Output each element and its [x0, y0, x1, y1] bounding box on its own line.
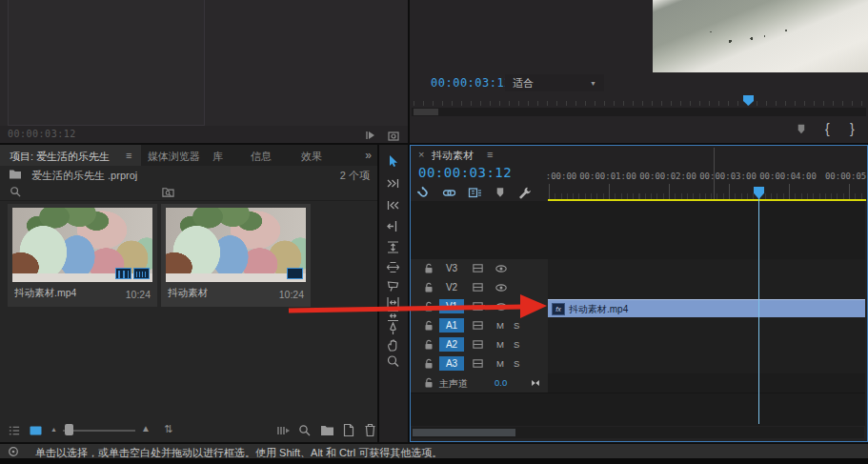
tab-project[interactable]: 项目: 爱生活的乐先生 [10, 150, 110, 164]
eye-icon[interactable] [495, 300, 508, 313]
timeline-panel-menu-icon[interactable]: ≡ [487, 149, 493, 160]
timeline-tab-label[interactable]: 抖动素材 [432, 149, 474, 163]
rate-stretch-tool[interactable] [386, 260, 401, 275]
lock-icon[interactable] [422, 281, 435, 294]
zoom-tool[interactable] [386, 354, 401, 370]
item-name[interactable]: 抖动素材.mp4 [14, 287, 76, 300]
zoom-in-icon[interactable]: ▲ [141, 423, 151, 434]
tab-effects[interactable]: 效果 [301, 150, 322, 164]
sequence-thumbnail[interactable] [166, 208, 306, 282]
solo-button[interactable]: S [514, 358, 519, 369]
track-select-backward-tool[interactable] [386, 198, 401, 213]
track-target-a2[interactable]: A2 [439, 337, 464, 352]
icon-view-icon[interactable] [29, 424, 43, 437]
thumbnail-zoom-slider[interactable] [63, 430, 135, 432]
find-icon[interactable] [298, 424, 312, 437]
mute-button[interactable]: M [496, 339, 504, 350]
ruler-ticks [549, 184, 866, 199]
lock-icon[interactable] [422, 376, 435, 390]
clip-thumbnail[interactable] [12, 208, 152, 282]
lock-icon[interactable] [422, 300, 435, 313]
solo-button[interactable]: S [514, 339, 519, 350]
selection-tool[interactable] [386, 154, 401, 170]
track-target-v3[interactable]: V3 [439, 261, 464, 275]
timeline-hscrollbar-thumb[interactable] [413, 429, 515, 436]
eye-icon[interactable] [495, 262, 508, 275]
track-row-a1[interactable]: A1 M S [411, 316, 865, 336]
panel-menu-icon[interactable]: ≡ [126, 150, 131, 161]
mute-button[interactable]: M [496, 358, 504, 369]
project-item-sequence[interactable]: 抖动素材 10:24 [161, 204, 311, 307]
mark-out-icon[interactable]: } [850, 120, 855, 137]
close-icon[interactable]: × [418, 149, 424, 160]
nested-sequence-icon[interactable] [468, 186, 482, 200]
track-target-v2[interactable]: V2 [439, 280, 464, 294]
lock-icon[interactable] [422, 319, 435, 333]
pan-icon[interactable] [529, 377, 542, 389]
timeline-ruler[interactable]: :00:00 00:00:01:00 00:00:02:00 00:00:03:… [548, 146, 866, 201]
mute-button[interactable]: M [496, 320, 504, 331]
lock-icon[interactable] [422, 262, 435, 275]
track-row-v3[interactable]: V3 [411, 259, 865, 279]
tab-libraries[interactable]: 库 [212, 150, 223, 164]
sync-lock-icon[interactable] [472, 281, 484, 293]
razor-tool[interactable] [386, 279, 401, 294]
track-target-v1[interactable]: V1 [439, 299, 464, 313]
thumbnail-zoom-handle[interactable] [65, 424, 73, 435]
delete-icon[interactable] [364, 423, 376, 437]
sync-lock-icon[interactable] [472, 300, 484, 313]
item-name[interactable]: 抖动素材 [168, 287, 208, 300]
add-marker-icon[interactable] [795, 123, 807, 135]
add-marker-icon[interactable] [494, 186, 506, 199]
mark-in-icon[interactable]: { [825, 120, 830, 137]
sync-lock-icon[interactable] [472, 262, 484, 274]
rolling-edit-tool[interactable] [386, 240, 401, 255]
export-frame-icon[interactable] [387, 129, 400, 142]
track-row-master[interactable]: 主声道 0.0 [411, 373, 865, 393]
sort-icon[interactable]: ⇅ [164, 423, 172, 435]
track-select-forward-tool[interactable] [386, 176, 401, 192]
tab-overflow-chevron[interactable]: » [365, 149, 372, 162]
master-level-value[interactable]: 0.0 [495, 377, 507, 388]
timeline-timecode[interactable]: 00:00:03:12 [418, 165, 512, 180]
automate-sequence-icon[interactable] [276, 424, 291, 437]
linked-selection-icon[interactable] [442, 186, 456, 200]
sync-lock-icon[interactable] [472, 319, 484, 332]
tab-info[interactable]: 信息 [251, 150, 272, 164]
lock-icon[interactable] [422, 357, 435, 371]
tab-media-browser[interactable]: 媒体浏览器 [148, 150, 200, 164]
sync-lock-icon[interactable] [472, 357, 484, 370]
zoom-out-icon[interactable]: ▲ [50, 426, 57, 433]
program-mini-timeline[interactable] [414, 96, 866, 106]
project-item-clip[interactable]: 抖动素材.mp4 10:24 [8, 204, 157, 307]
track-target-a1[interactable]: A1 [439, 318, 464, 333]
hand-tool[interactable] [386, 338, 401, 353]
ripple-edit-tool[interactable] [386, 219, 401, 234]
track-target-a3[interactable]: A3 [439, 356, 464, 371]
ripple-edit-icon [386, 219, 400, 233]
track-row-v2[interactable]: V2 [411, 278, 865, 298]
sync-lock-icon[interactable] [472, 338, 484, 351]
timeline-settings-icon[interactable] [517, 186, 532, 200]
new-bin-icon[interactable] [320, 424, 334, 436]
project-file-name[interactable]: 爱生活的乐先生 .prproj [31, 169, 137, 183]
search-bin-icon[interactable] [162, 186, 174, 198]
timeline-hscrollbar[interactable] [412, 427, 864, 438]
edit-point-guide-line [714, 148, 715, 199]
fit-dropdown[interactable]: 适合 ▼ [505, 74, 604, 91]
pen-tool[interactable] [386, 322, 401, 337]
lock-icon[interactable] [422, 338, 435, 352]
list-view-icon[interactable] [8, 424, 21, 437]
track-row-a3[interactable]: A3 M S [411, 354, 865, 374]
source-monitor-viewer [8, 0, 205, 126]
program-scrollbar-thumb[interactable] [414, 109, 438, 115]
track-row-a2[interactable]: A2 M S [411, 335, 865, 355]
play-in-to-out-icon[interactable] [364, 129, 377, 142]
new-item-icon[interactable] [342, 423, 355, 437]
solo-button[interactable]: S [514, 320, 519, 331]
timeline-clip[interactable]: fx 抖动素材.mp4 [548, 299, 865, 317]
program-scrollbar[interactable] [412, 108, 866, 116]
snap-icon[interactable] [416, 186, 431, 200]
eye-icon[interactable] [495, 281, 508, 294]
project-search-row[interactable] [0, 183, 377, 201]
